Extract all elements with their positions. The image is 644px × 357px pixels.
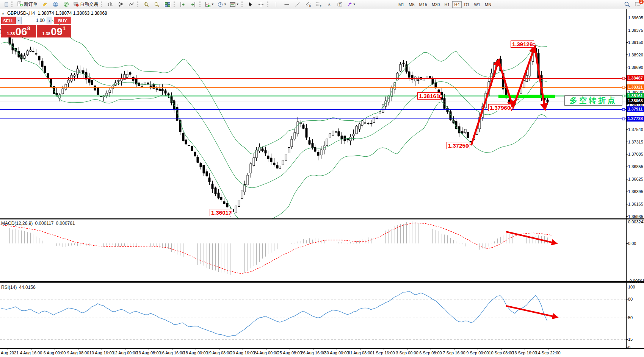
timeframe-button-M15[interactable]: M15 [417,1,429,8]
bar-chart-icon[interactable] [105,0,115,9]
price-axis-tick: 1.36625 [628,177,643,181]
price-axis-tick: 1.36855 [628,164,643,169]
date-axis-label: 14 Sep 22:00 [536,351,560,355]
sell-price-big: 06 [15,27,27,37]
text-tool-icon[interactable]: A [324,0,334,9]
candlestick-chart-icon[interactable] [116,0,125,9]
sell-price-display[interactable]: 1.38 06 8 [1,25,36,37]
buy-price-display[interactable]: 1.38 09 1 [37,25,72,37]
current-price-badge: 1.38068 [627,98,644,104]
main-toolbar: 新订单 自动交易 ▼ [0,0,644,9]
trendline-tool-icon[interactable] [293,0,302,9]
price-axis-tick: 1.39375 [628,28,643,33]
search-icon[interactable] [622,0,632,9]
line-chart-icon[interactable] [126,0,136,9]
macd-axis-label: 0.00 [628,241,636,246]
zoom-in-icon[interactable] [141,0,151,9]
timeframe-button-MN[interactable]: MN [483,1,493,8]
macd-axis-label: 0.003243 [628,220,644,224]
volume-input[interactable]: 1.00 [22,17,47,24]
mql-wizard-icon[interactable] [40,0,50,9]
toolbar-separator [241,2,244,7]
price-axis-tick: 1.37085 [628,152,643,156]
svg-text:E: E [309,5,311,7]
timeframe-button-M1[interactable]: M1 [396,1,406,8]
date-axis-label: 13 Sep 16:00 [512,351,537,355]
timeframe-button-H4[interactable]: H4 [452,1,461,8]
price-annotation-1.36017[interactable]: 1.36017 [210,209,233,216]
date-axis-label: 19 Aug 08:00 [207,351,232,355]
indicators-button[interactable]: ▼ [204,0,215,9]
periods-button[interactable]: ▼ [216,0,228,9]
toolbar-separator [11,2,14,7]
sell-button[interactable]: SELL [1,17,16,24]
svg-text:T: T [339,3,341,6]
price-line-badge: 1.37738 [627,116,644,122]
arrows-tool-button[interactable]: ▼ [346,0,357,9]
chart-expand-icon[interactable]: ▲ [2,12,5,15]
date-axis-label: Aug 2021 [1,351,19,355]
cursor-tool-icon[interactable] [246,0,255,9]
annotation-anchor [469,145,471,147]
date-axis-label: 7 Sep 16:00 [443,351,465,355]
crosshair-tool-icon[interactable] [256,0,266,9]
volume-increase-button[interactable]: ▲ [47,17,52,24]
price-annotation-1.39126[interactable]: 1.39126 [511,41,534,48]
date-axis-label: 25 Aug 08:00 [277,351,302,355]
date-axis-label: 16 Aug 16:00 [160,351,185,355]
toolbar-right-group: 1 [622,0,643,8]
timeframe-button-M30[interactable]: M30 [430,1,442,8]
annotation-anchor [533,43,535,46]
price-axis-tick: 1.35935 [628,214,643,219]
price-axis-tick: 1.36395 [628,189,643,194]
dropdown-caret: ▼ [236,3,239,6]
chart-shift-icon[interactable] [188,0,198,9]
chart-canvas[interactable] [0,0,644,357]
timeframe-button-D1[interactable]: D1 [462,1,472,8]
notification-count-badge: 1 [639,0,644,4]
svg-text:F: F [320,5,321,7]
one-click-trading-panel: SELL ▼ 1.00 ▲ BUY 1.38 06 8 1.38 09 1 [1,17,71,37]
price-axis-tick: 1.39605 [628,16,643,20]
auto-scroll-icon[interactable] [178,0,188,9]
rsi-axis-label: 15 [628,337,633,341]
rsi-indicator-label: RSI(14) 44.0156 [1,285,36,290]
new-order-label: 新订单 [24,1,38,8]
date-axis-label: 13 Aug 08:00 [136,351,161,355]
new-order-button[interactable]: 新订单 [16,1,39,8]
turning-point-note[interactable]: 多空转折点 [564,95,622,106]
buy-button[interactable]: BUY [54,17,71,24]
timeframe-button-M5[interactable]: M5 [407,1,416,8]
price-annotation-1.37960[interactable]: 1.37960 [488,104,512,111]
macd-indicator-label: MACD(12,26,9) 0.000117 0.000761 [1,221,75,226]
new-order-icon [17,1,23,8]
price-annotation-1.38161[interactable]: 1.38161 [417,92,441,100]
fibonacci-tool-icon[interactable]: F [314,0,324,9]
dropdown-caret: ▼ [353,3,356,6]
sell-price-prefix: 1.38 [7,31,15,37]
timeframe-button-H1[interactable]: H1 [442,1,451,8]
horizontal-line-tool-icon[interactable] [282,0,292,9]
price-annotation-1.37250[interactable]: 1.37250 [447,142,470,149]
equidistant-channel-tool-icon[interactable]: E [303,0,313,9]
volume-decrease-button[interactable]: ▼ [16,17,22,24]
community-icon[interactable] [50,0,60,9]
date-axis-label: 9 Sep 00:00 [466,351,489,355]
zoom-out-icon[interactable] [152,0,162,9]
price-axis-tick: 1.39150 [628,40,643,45]
rsi-axis-label: 100 [628,285,635,289]
price-axis-tick: 1.36165 [628,202,643,206]
timeframe-button-W1[interactable]: W1 [472,1,483,8]
auto-trading-icon [73,1,79,8]
tile-windows-icon[interactable] [163,0,172,9]
timeframe-toolbar: M1M5M15M30H1H4D1W1MN [396,0,494,8]
text-label-tool-icon[interactable]: T [335,0,345,9]
annotation-anchor [439,95,442,98]
auto-trading-button[interactable]: 自动交易 [72,1,100,8]
notifications-button[interactable]: 1 [633,0,642,9]
templates-button[interactable]: ▼ [229,0,240,9]
date-axis-label: 9 Aug 08:00 [67,351,89,355]
signals-icon[interactable] [61,0,71,9]
toolbar-separator [174,2,176,7]
vertical-line-tool-icon[interactable] [271,0,281,9]
